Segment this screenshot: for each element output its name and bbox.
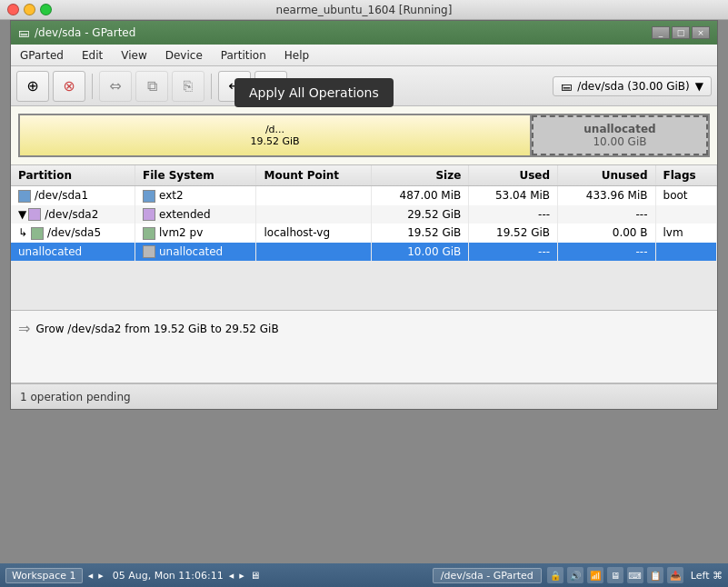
header-row: Partition File System Mount Point Size U… bbox=[11, 165, 717, 186]
apply-button[interactable]: ✓ Apply All Operations bbox=[254, 71, 287, 102]
table-row[interactable]: unallocatedunallocated10.00 GiB------ bbox=[11, 243, 717, 262]
disk-sda2-partition[interactable]: /d... 19.52 GiB bbox=[20, 115, 532, 155]
menu-view[interactable]: View bbox=[112, 47, 155, 64]
taskbar-icon-1[interactable]: 🔒 bbox=[547, 567, 563, 583]
cell-used: 19.52 GiB bbox=[469, 224, 558, 243]
cell-partition: ↳/dev/sda5 bbox=[11, 224, 135, 243]
status-text: 1 operation pending bbox=[20, 391, 131, 403]
table-row[interactable]: ▼/dev/sda2extended29.52 GiB------ bbox=[11, 205, 717, 224]
cell-size: 10.00 GiB bbox=[371, 243, 468, 262]
cell-flags bbox=[655, 205, 716, 224]
app-wrapper: 🖴 /dev/sda - GParted _ □ × GParted Edit … bbox=[0, 20, 728, 583]
resize-partition-button[interactable]: ⇔ bbox=[99, 71, 132, 102]
menu-bar: GParted Edit View Device Partition Help bbox=[11, 45, 717, 66]
taskbar-arrow-right[interactable]: ▸ bbox=[98, 570, 104, 582]
taskbar-right-label: Left ⌘ bbox=[691, 570, 723, 582]
cell-partition: /dev/sda1 bbox=[11, 186, 135, 205]
operation-item: ⇒Grow /dev/sda2 from 19.52 GiB to 29.52 … bbox=[18, 318, 710, 339]
col-partition: Partition bbox=[11, 165, 135, 186]
col-size: Size bbox=[371, 165, 468, 186]
device-selector[interactable]: 🖴 /dev/sda (30.00 GiB) ▼ bbox=[553, 76, 712, 96]
close-button[interactable] bbox=[7, 4, 19, 15]
status-bar: 1 operation pending bbox=[11, 383, 717, 409]
maximize-button[interactable] bbox=[40, 4, 52, 15]
table-header: Partition File System Mount Point Size U… bbox=[11, 165, 717, 186]
col-mountpoint: Mount Point bbox=[256, 165, 371, 186]
minimize-button[interactable] bbox=[24, 4, 35, 15]
paste-partition-button[interactable]: ⎘ bbox=[172, 71, 204, 102]
taskbar-icon-4[interactable]: 🖥 bbox=[607, 567, 623, 583]
main-window: 🖴 /dev/sda - GParted _ □ × GParted Edit … bbox=[10, 20, 718, 410]
taskbar-icon-5[interactable]: ⌨ bbox=[627, 567, 643, 583]
operations-area: ⇒Grow /dev/sda2 from 19.52 GiB to 29.52 … bbox=[11, 311, 717, 383]
cell-unused: --- bbox=[558, 243, 655, 262]
disk-bar: /d... 19.52 GiB unallocated 10.00 GiB bbox=[18, 114, 710, 157]
cell-size: 487.00 MiB bbox=[371, 186, 468, 205]
cell-used: 53.04 MiB bbox=[469, 186, 558, 205]
taskbar-arrow-left[interactable]: ◂ bbox=[88, 570, 94, 582]
app-title-text: /dev/sda - GParted bbox=[35, 26, 135, 39]
cell-unused: 433.96 MiB bbox=[558, 186, 655, 205]
window-buttons[interactable] bbox=[7, 4, 52, 15]
menu-device[interactable]: Device bbox=[156, 47, 212, 64]
cell-used: --- bbox=[469, 243, 558, 262]
window-minimize-btn[interactable]: _ bbox=[652, 26, 670, 39]
delete-icon: ⊗ bbox=[63, 77, 75, 95]
taskbar-nav-left[interactable]: ◂ bbox=[229, 570, 234, 582]
add-icon: ⊕ bbox=[26, 77, 38, 95]
menu-gparted[interactable]: GParted bbox=[11, 47, 73, 64]
partition-table-area: Partition File System Mount Point Size U… bbox=[11, 165, 717, 311]
device-label: /dev/sda (30.00 GiB) bbox=[577, 80, 690, 93]
cell-flags: boot bbox=[655, 186, 716, 205]
disk-sda2-size: 19.52 GiB bbox=[250, 135, 299, 147]
taskbar-icon-2[interactable]: 🔊 bbox=[567, 567, 583, 583]
col-flags: Flags bbox=[655, 165, 716, 186]
toolbar-separator-1 bbox=[92, 74, 93, 99]
workspace-label: Workspace 1 bbox=[12, 570, 76, 582]
toolbar-right: 🖴 /dev/sda (30.00 GiB) ▼ bbox=[553, 76, 712, 96]
taskbar-screen-icon: 🖥 bbox=[250, 570, 260, 582]
menu-help[interactable]: Help bbox=[275, 47, 318, 64]
taskbar-icon-6[interactable]: 📋 bbox=[647, 567, 663, 583]
taskbar: Workspace 1 ◂ ▸ 05 Aug, Mon 11:06:11 ◂ ▸… bbox=[0, 563, 728, 587]
cell-unused: --- bbox=[558, 205, 655, 224]
apply-tooltip: Apply All Operations bbox=[234, 78, 394, 107]
cell-used: --- bbox=[469, 205, 558, 224]
menu-partition[interactable]: Partition bbox=[212, 47, 275, 64]
taskbar-icon-3[interactable]: 📶 bbox=[587, 567, 603, 583]
table-row[interactable]: /dev/sda1ext2487.00 MiB53.04 MiB433.96 M… bbox=[11, 186, 717, 205]
disk-visualization: /d... 19.52 GiB unallocated 10.00 GiB bbox=[11, 106, 717, 165]
menu-edit[interactable]: Edit bbox=[73, 47, 112, 64]
delete-partition-button[interactable]: ⊗ bbox=[53, 71, 85, 102]
device-icon: 🖴 bbox=[561, 80, 572, 93]
table-row[interactable]: ↳/dev/sda5lvm2 pvlocalhost-vg19.52 GiB19… bbox=[11, 224, 717, 243]
disk-unallocated-partition[interactable]: unallocated 10.00 GiB bbox=[532, 115, 708, 155]
taskbar-icon-7[interactable]: 📥 bbox=[667, 567, 683, 583]
taskbar-nav-right[interactable]: ▸ bbox=[239, 570, 244, 582]
partition-rows: /dev/sda1ext2487.00 MiB53.04 MiB433.96 M… bbox=[11, 186, 717, 262]
cell-filesystem: extended bbox=[135, 205, 255, 224]
resize-icon: ⇔ bbox=[109, 77, 121, 95]
copy-partition-button[interactable]: ⧉ bbox=[135, 71, 168, 102]
cell-mountpoint bbox=[256, 205, 371, 224]
taskbar-app-button[interactable]: /dev/sda - GParted bbox=[433, 568, 542, 583]
dropdown-arrow-icon: ▼ bbox=[695, 80, 703, 93]
cell-partition: unallocated bbox=[11, 243, 135, 262]
new-partition-button[interactable]: ⊕ bbox=[16, 71, 49, 102]
col-unused: Unused bbox=[558, 165, 655, 186]
workspace-button[interactable]: Workspace 1 bbox=[5, 568, 83, 583]
window-maximize-btn[interactable]: □ bbox=[672, 26, 690, 39]
window-controls[interactable]: _ □ × bbox=[652, 26, 710, 39]
toolbar-separator-2 bbox=[211, 74, 212, 99]
cell-size: 29.52 GiB bbox=[371, 205, 468, 224]
paste-icon: ⎘ bbox=[184, 77, 193, 95]
cell-mountpoint bbox=[256, 243, 371, 262]
app-title-left: 🖴 /dev/sda - GParted bbox=[18, 26, 135, 39]
cell-flags: lvm bbox=[655, 224, 716, 243]
operations-list: ⇒Grow /dev/sda2 from 19.52 GiB to 29.52 … bbox=[18, 318, 710, 339]
app-title-bar: 🖴 /dev/sda - GParted _ □ × bbox=[11, 21, 717, 45]
cell-filesystem: unallocated bbox=[135, 243, 255, 262]
disk-unalloc-label: unallocated bbox=[583, 123, 655, 135]
window-close-btn[interactable]: × bbox=[692, 26, 710, 39]
col-used: Used bbox=[469, 165, 558, 186]
